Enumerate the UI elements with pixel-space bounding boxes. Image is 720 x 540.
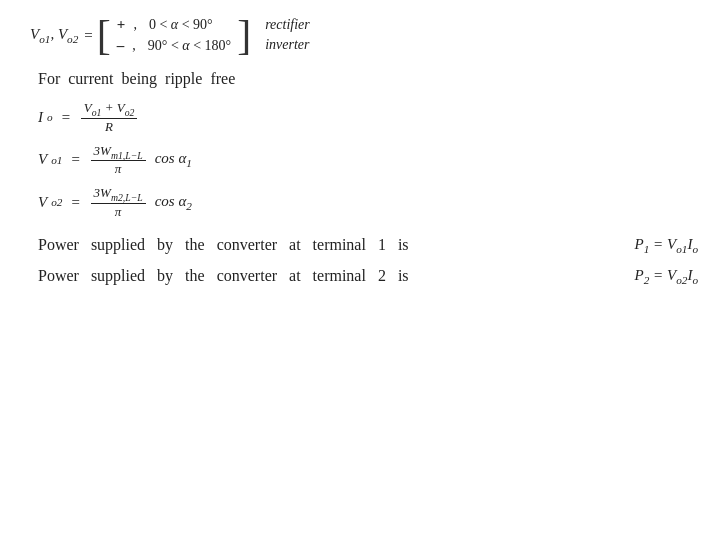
label-rectifier: rectifier	[265, 17, 310, 33]
bracket-close: ]	[237, 14, 251, 56]
io-fraction: Vo1 + Vo2 R	[81, 100, 138, 135]
vo1-fraction: 3Wm1,L−L π	[91, 143, 146, 178]
being-text: being	[122, 70, 158, 88]
labels-block: rectifier inverter	[265, 17, 310, 53]
power-text-2: Power supplied by the converter at termi…	[38, 267, 409, 285]
plus-sign: +	[117, 16, 126, 33]
bracket-open: [	[97, 14, 111, 56]
formulas-block: Io = Vo1 + Vo2 R Vo1 = 3Wm1,L−L π cos α1…	[38, 100, 700, 220]
angle-cond-2: 90° < α < 180°	[148, 38, 231, 54]
vo-lhs: Vo1, Vo2	[30, 26, 78, 45]
for-current-line: For current being ripple free	[38, 70, 700, 88]
power-rhs-2: P2 = Vo2Io	[635, 267, 698, 286]
for-text: For	[38, 70, 60, 88]
angle-cond-1: 0 < α < 90°	[149, 17, 213, 33]
vo1-formula: Vo1 = 3Wm1,L−L π cos α1	[38, 143, 700, 178]
vo2-fraction: 3Wm2,L−L π	[91, 185, 146, 220]
comma-1: ,	[133, 17, 137, 33]
equals-sign: =	[84, 27, 92, 44]
current-text: current	[68, 70, 113, 88]
vo2-formula: Vo2 = 3Wm2,L−L π cos α2	[38, 185, 700, 220]
power-line-2: Power supplied by the converter at termi…	[38, 267, 718, 286]
ripple-text: ripple	[165, 70, 202, 88]
comma-2: ,	[132, 38, 136, 54]
io-formula: Io = Vo1 + Vo2 R	[38, 100, 700, 135]
page: Vo1, Vo2 = [ + , 0 < α < 90° – , 90° < α…	[0, 0, 720, 540]
label-inverter: inverter	[265, 37, 310, 53]
minus-sign: –	[117, 37, 125, 54]
power-rhs-1: P1 = Vo1Io	[635, 236, 698, 255]
top-equation: Vo1, Vo2 = [ + , 0 < α < 90° – , 90° < α…	[20, 14, 700, 56]
free-text: free	[210, 70, 235, 88]
conditions-block: + , 0 < α < 90° – , 90° < α < 180°	[117, 16, 231, 54]
condition-row-1: + , 0 < α < 90°	[117, 16, 231, 33]
power-text-1: Power supplied by the converter at termi…	[38, 236, 409, 254]
power-line-1: Power supplied by the converter at termi…	[38, 236, 718, 255]
condition-row-2: – , 90° < α < 180°	[117, 37, 231, 54]
